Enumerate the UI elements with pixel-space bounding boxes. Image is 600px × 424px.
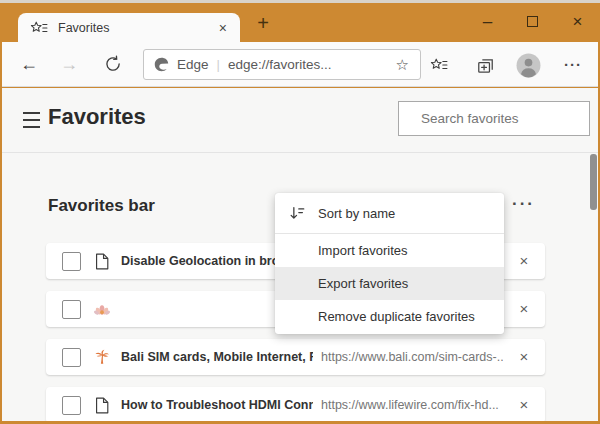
maximize-icon: [527, 16, 538, 27]
favorite-row[interactable]: Bali SIM cards, Mobile Internet, R... ht…: [46, 339, 545, 375]
minimize-button[interactable]: –: [465, 0, 510, 42]
close-icon: ×: [573, 13, 583, 30]
document-icon: [95, 397, 109, 414]
search-input[interactable]: [419, 110, 598, 127]
close-button[interactable]: ×: [555, 0, 600, 42]
settings-more-button[interactable]: ···: [558, 50, 588, 78]
favicon-slot: [94, 396, 110, 414]
refresh-button[interactable]: [100, 54, 126, 80]
collections-icon: [476, 56, 495, 75]
remove-favorite-button[interactable]: ×: [503, 291, 545, 327]
back-button[interactable]: ←: [16, 51, 42, 77]
favorites-hub-button[interactable]: [426, 54, 452, 76]
refresh-icon: [104, 55, 122, 73]
menu-icon-slot: [288, 204, 318, 222]
menu-item[interactable]: Sort by name: [275, 193, 504, 233]
site-badge: Edge: [177, 57, 209, 72]
favorite-checkbox[interactable]: [62, 300, 81, 319]
favorite-title: How to Troubleshoot HDMI Conn...: [121, 398, 313, 412]
profile-avatar-icon: [516, 53, 541, 78]
favorites-page: Favorites Favorites bar ··· Disable Geol…: [2, 88, 598, 421]
add-favorite-star-button[interactable]: ☆: [394, 57, 411, 72]
favorite-checkbox[interactable]: [62, 252, 81, 271]
section-more-button[interactable]: ···: [508, 190, 539, 218]
remove-favorite-button[interactable]: ×: [503, 339, 545, 375]
menu-item[interactable]: Import favorites: [275, 234, 504, 267]
section-title: Favorites bar: [48, 196, 155, 216]
new-tab-button[interactable]: +: [250, 10, 276, 36]
window-controls: – ×: [465, 0, 600, 42]
search-box[interactable]: [398, 101, 590, 136]
title-bar: Favorites × + – ×: [0, 3, 600, 42]
menu-item-label: Import favorites: [318, 243, 408, 258]
minimize-icon: –: [483, 13, 492, 30]
collections-button[interactable]: [472, 54, 498, 76]
hamburger-menu-button[interactable]: [20, 112, 42, 128]
favicon-slot: [94, 252, 110, 270]
maximize-button[interactable]: [510, 0, 555, 42]
favorites-hub-icon: [30, 20, 48, 36]
menu-item-label: Remove duplicate favorites: [318, 309, 475, 324]
favicon-slot: [94, 300, 110, 318]
favorite-row[interactable]: How to Troubleshoot HDMI Conn... https:/…: [46, 387, 545, 421]
browser-toolbar: ← → Edge | edge://favorites... ☆: [2, 42, 598, 87]
favorite-checkbox[interactable]: [62, 396, 81, 415]
page-title: Favorites: [48, 104, 146, 130]
document-icon: [95, 253, 109, 270]
lotus-flower-icon: [94, 302, 110, 317]
menu-item-label: Export favorites: [318, 276, 408, 291]
menu-item[interactable]: Remove duplicate favorites: [275, 300, 504, 333]
address-bar[interactable]: Edge | edge://favorites... ☆: [143, 49, 421, 80]
browser-window: Favorites × + – × ← → Edge | edge://favo…: [0, 0, 600, 424]
tab-title: Favorites: [58, 21, 214, 35]
favorite-title: Bali SIM cards, Mobile Internet, R...: [121, 350, 313, 364]
scrollbar-thumb[interactable]: [590, 154, 597, 210]
favorite-url: https://www.lifewire.com/fix-hd...: [321, 398, 503, 412]
menu-item[interactable]: Export favorites: [275, 267, 504, 300]
url-text: edge://favorites...: [228, 57, 394, 72]
context-menu: Sort by name Import favorites Export fav…: [275, 193, 504, 334]
sort-icon: [288, 204, 306, 222]
forward-button[interactable]: →: [56, 51, 82, 77]
palm-tree-icon: [94, 349, 110, 365]
remove-favorite-button[interactable]: ×: [503, 243, 545, 279]
profile-avatar-button[interactable]: [515, 52, 541, 78]
address-separator: |: [217, 57, 220, 72]
browser-tab[interactable]: Favorites ×: [18, 13, 240, 42]
favorites-hub-icon: [430, 57, 448, 73]
favorite-title: Disable Geolocation in brows: [121, 254, 296, 268]
remove-favorite-button[interactable]: ×: [503, 387, 545, 421]
header-divider: [2, 152, 598, 153]
hamburger-icon: [23, 112, 40, 114]
edge-logo-icon: [153, 56, 170, 73]
favorites-hub-icon: [30, 20, 48, 36]
favorite-checkbox[interactable]: [62, 348, 81, 367]
favicon-slot: [94, 348, 110, 366]
menu-item-label: Sort by name: [318, 206, 395, 221]
favorite-url: https://www.bali.com/sim-cards-...: [321, 350, 503, 364]
tab-close-button[interactable]: ×: [214, 19, 232, 37]
